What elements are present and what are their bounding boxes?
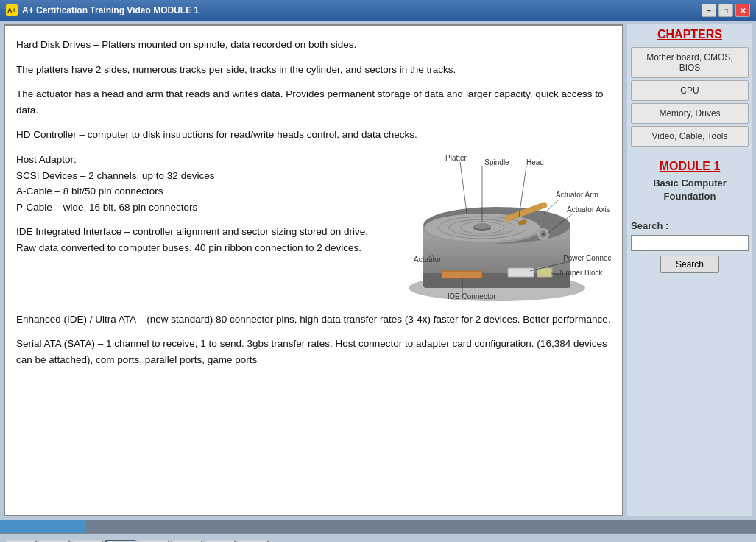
forward-button[interactable]: ⏩ [205,540,236,543]
para-2: The platters have 2 sides, numerous trac… [16,62,611,78]
sata-text: Serial ATA (SATA) – 1 channel to receive… [16,336,611,367]
para-3: The actuator has a head and arm that rea… [16,86,611,118]
chapter-btn-cpu[interactable]: CPU [631,80,749,101]
title-bar-left: A+ A+ Certification Training Video MODUL… [6,4,199,16]
controls-bar: ▶ ▶ ■ ⏸ ⏮ ⏪ ⏩ ⏭ (16/23) 0:00:56 / 0:08:3… [0,533,756,542]
maximize-button[interactable]: □ [718,4,733,17]
hd-diagram-svg: Spindle Head Platter Actuator Arm Actuat… [383,152,611,306]
sidebar: CHAPTERS Mother board, CMOS, BIOS CPU Me… [627,24,752,516]
content-area: Hard Disk Drives – Platters mounted on s… [4,24,623,516]
chapter-btn-memory[interactable]: Memory, Drives [631,103,749,124]
hd-diagram-area: Spindle Head Platter Actuator Arm Actuat… [383,152,611,312]
svg-text:Actuator Axis: Actuator Axis [567,205,610,214]
window-title: A+ Certification Training Video MODULE 1 [22,5,199,15]
rewind-button[interactable]: ⏪ [172,540,202,543]
content-middle: Host Adaptor: SCSI Devices – 2 channels,… [16,152,611,312]
window-controls: – □ ✕ [702,4,750,17]
search-input[interactable] [631,235,749,251]
pause-button[interactable]: ⏸ [105,540,136,543]
svg-text:Jumper Block: Jumper Block [558,269,604,277]
svg-text:Spindle: Spindle [484,158,509,166]
chapter-btn-video[interactable]: Video, Cable, Tools [631,126,749,147]
play-button[interactable]: ▶ [39,540,70,543]
progress-bar [0,520,86,533]
content-left: Host Adaptor: SCSI Devices – 2 channels,… [16,152,375,265]
module-section: MODULE 1 Basic ComputerFoundation [631,160,749,203]
play-skip-button[interactable]: ▶ [6,540,37,543]
module-title: MODULE 1 [631,160,749,173]
app-icon: A+ [6,4,18,16]
svg-point-11 [474,223,490,229]
stop-button[interactable]: ■ [72,540,103,543]
prev-button[interactable]: ⏮ [138,540,169,543]
svg-text:Power Connector: Power Connector [563,254,611,262]
svg-rect-19 [442,271,482,278]
title-bar: A+ A+ Certification Training Video MODUL… [0,0,756,21]
host-adaptor-title: Host Adaptor: SCSI Devices – 2 channels,… [16,152,375,215]
search-button[interactable]: Search [660,256,719,273]
search-section: Search : Search [631,220,749,273]
svg-point-16 [542,233,545,236]
svg-text:Head: Head [526,158,544,166]
search-label: Search : [631,220,749,231]
progress-area[interactable] [0,520,756,533]
ide-text: IDE Integrated Interface – controller al… [16,224,375,256]
svg-rect-18 [537,268,552,277]
svg-rect-17 [508,268,534,277]
minimize-button[interactable]: – [702,4,716,17]
enhanced-text: Enhanced (IDE) / Ultra ATA – (new standa… [16,312,611,328]
svg-text:IDE Connector: IDE Connector [448,292,496,300]
main-container: Hard Disk Drives – Platters mounted on s… [0,21,756,520]
para-1: Hard Disk Drives – Platters mounted on s… [16,37,611,53]
svg-text:Platter: Platter [445,154,467,162]
chapter-btn-motherboard[interactable]: Mother board, CMOS, BIOS [631,47,749,78]
content-text: Hard Disk Drives – Platters mounted on s… [16,37,611,376]
module-subtitle: Basic ComputerFoundation [631,177,749,203]
svg-text:Actuator Arm: Actuator Arm [556,191,598,199]
next-button[interactable]: ⏭ [238,540,269,543]
close-button[interactable]: ✕ [735,4,750,17]
para-4: HD Controller – computer to disk instruc… [16,127,611,143]
chapters-title: CHAPTERS [631,28,749,41]
svg-text:Actuator: Actuator [414,256,442,264]
